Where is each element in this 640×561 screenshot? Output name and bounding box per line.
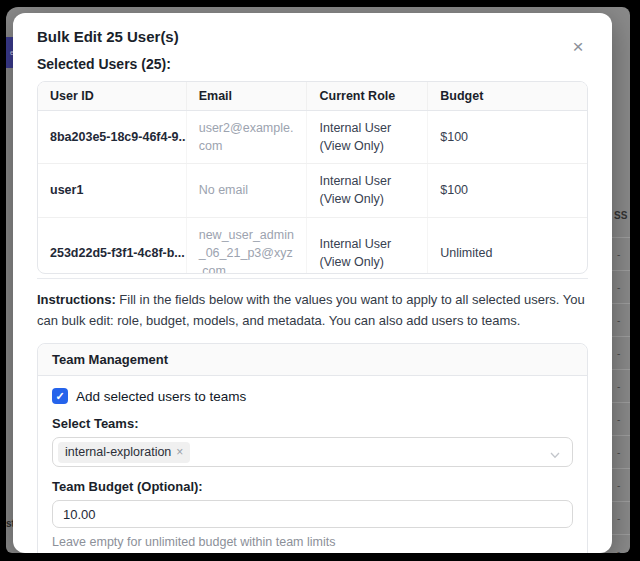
teams-multiselect[interactable]: internal-exploration × [52, 437, 573, 467]
column-header-user-id: User ID [38, 82, 186, 111]
selected-users-label: Selected Users (25): [37, 56, 588, 72]
background-dash-cell: - [611, 402, 630, 435]
column-header-current-role: Current Role [307, 82, 428, 111]
add-users-checkbox[interactable]: ✓ [52, 388, 68, 404]
background-dash-cell: - [611, 369, 630, 402]
background-dash-cell: - [611, 237, 630, 270]
team-management-title: Team Management [38, 344, 587, 376]
cell-email: user2@example.com [186, 111, 307, 164]
background-dash-cell: - [611, 501, 630, 534]
cell-budget: Unlimited [428, 217, 587, 274]
cell-user-id: user1 [38, 164, 186, 217]
remove-tag-icon[interactable]: × [176, 446, 183, 458]
column-header-email: Email [186, 82, 307, 111]
instructions-text: Instructions: Fill in the fields below w… [37, 289, 588, 331]
cell-budget: $100 [428, 111, 587, 164]
checkbox-label: Add selected users to teams [76, 389, 246, 404]
add-users-to-teams-checkbox-row[interactable]: ✓ Add selected users to teams [52, 388, 573, 404]
cell-current-role: Internal User (View Only) [307, 164, 428, 217]
cell-email: new_user_admin_06_21_p3@xyz.com [186, 217, 307, 274]
checkmark-icon: ✓ [55, 391, 64, 402]
background-column-header: SS [614, 210, 627, 221]
cell-budget: $100 [428, 164, 587, 217]
column-header-budget: Budget [428, 82, 587, 111]
table-row: 253d22d5-f3f1-4c8f-b... new_user_admin_0… [38, 217, 587, 274]
table-row: user1 No email Internal User (View Only)… [38, 164, 587, 217]
team-management-card: Team Management ✓ Add selected users to … [37, 343, 588, 553]
close-icon[interactable]: × [568, 37, 588, 57]
selected-team-tag: internal-exploration × [58, 442, 190, 463]
background-dash-cell: - [611, 303, 630, 336]
cell-current-role: Internal User (View Only) [307, 217, 428, 274]
cell-user-id: 253d22d5-f3f1-4c8f-b... [38, 217, 186, 274]
background-table-rows: - - - - - - - - - - [611, 237, 630, 553]
background-dash-cell: - [611, 336, 630, 369]
table-header-row: User ID Email Current Role Budget [38, 82, 587, 111]
section-divider [37, 278, 588, 279]
chevron-down-icon [549, 447, 561, 465]
selected-users-table[interactable]: User ID Email Current Role Budget 8ba203… [37, 81, 588, 274]
background-dash-cell: - [611, 435, 630, 468]
modal-title: Bulk Edit 25 User(s) [37, 27, 588, 47]
bulk-edit-modal: Bulk Edit 25 User(s) × Selected Users (2… [13, 13, 612, 553]
background-dash-cell: - [611, 270, 630, 303]
cell-email: No email [186, 164, 307, 217]
select-teams-label: Select Teams: [52, 416, 573, 431]
background-dash-cell: - [611, 534, 630, 553]
team-budget-input[interactable] [52, 500, 573, 528]
team-budget-label: Team Budget (Optional): [52, 479, 573, 494]
table-row: 8ba203e5-18c9-46f4-9... user2@example.co… [38, 111, 587, 164]
budget-helper-text: Leave empty for unlimited budget within … [52, 535, 573, 549]
cell-current-role: Internal User (View Only) [307, 111, 428, 164]
instructions-body: Fill in the fields below with the values… [37, 292, 585, 328]
background-dash-cell: - [611, 468, 630, 501]
instructions-label: Instructions: [37, 292, 116, 307]
background-table-strip: SS - - - - - - - - - - [611, 7, 630, 553]
team-tag-label: internal-exploration [65, 444, 171, 461]
cell-user-id: 8ba203e5-18c9-46f4-9... [38, 111, 186, 164]
